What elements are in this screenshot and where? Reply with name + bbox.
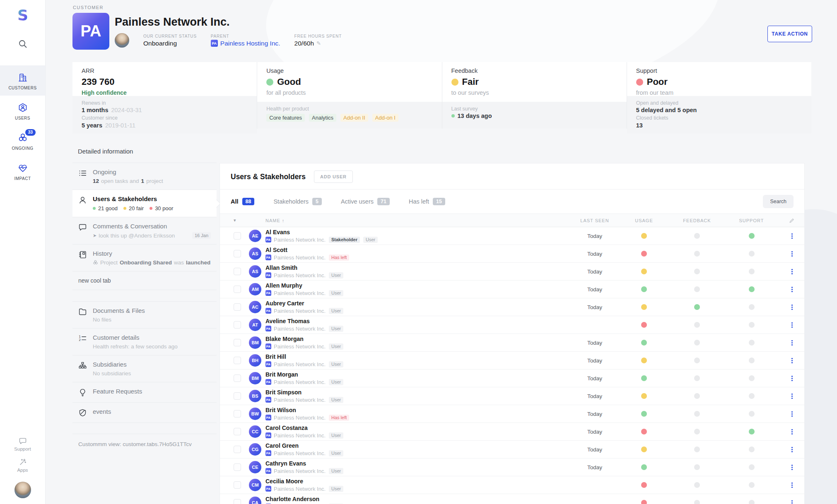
sidebar-item-customers[interactable]: CUSTOMERS: [0, 65, 45, 96]
detail-tab-feature-requests[interactable]: Feature Requests: [72, 382, 217, 403]
detail-tab-new-cool-tab[interactable]: new cool tab: [72, 271, 217, 290]
table-row[interactable]: BHBrit HillPAPainless Network Inc.UserTo…: [220, 352, 804, 370]
user-name[interactable]: Charlotte Anderson: [265, 496, 572, 502]
row-menu-button[interactable]: [789, 499, 795, 504]
user-name[interactable]: Al Scott: [265, 247, 572, 253]
user-name[interactable]: Cecilia Moore: [265, 478, 572, 485]
user-name[interactable]: Brit Simpson: [265, 389, 572, 396]
row-menu-button[interactable]: [789, 356, 795, 365]
table-row[interactable]: BSBrit SimpsonPAPainless Network Inc.Use…: [220, 387, 804, 405]
table-row[interactable]: CGCarol GreenPAPainless Network Inc.User…: [220, 441, 804, 458]
row-checkbox[interactable]: [234, 446, 241, 453]
row-menu-button[interactable]: [789, 303, 795, 312]
parent-company-link[interactable]: Painless Hosting Inc.: [220, 40, 280, 47]
user-name[interactable]: Brit Wilson: [265, 407, 572, 413]
sidebar-item-users[interactable]: USERS: [0, 96, 45, 126]
search-button[interactable]: Search: [763, 195, 794, 208]
tab-has-left[interactable]: Has left15: [409, 198, 445, 205]
detail-tab-history[interactable]: HistoryProject Onboarding Shared was lau…: [72, 245, 217, 271]
row-menu-button[interactable]: [789, 463, 795, 472]
tab-stakeholders[interactable]: Stakeholders5: [273, 198, 322, 205]
detail-tab-ongoing[interactable]: Ongoing12 open tasks and 1 project: [72, 163, 217, 190]
sidebar-item-apps[interactable]: Apps: [14, 455, 31, 476]
row-menu-button[interactable]: [789, 392, 795, 401]
row-menu-button[interactable]: [789, 374, 795, 383]
user-name[interactable]: Aveline Thomas: [265, 318, 572, 324]
row-menu-button[interactable]: [789, 267, 795, 276]
row-checkbox[interactable]: [234, 303, 241, 311]
detail-tab-events[interactable]: events: [72, 403, 217, 423]
row-checkbox[interactable]: [234, 357, 241, 364]
tab-all[interactable]: All88: [231, 198, 254, 205]
table-row[interactable]: CCCarol CostanzaPAPainless Network Inc.U…: [220, 423, 804, 441]
row-checkbox[interactable]: [234, 374, 241, 382]
table-row[interactable]: CACharlotte AndersonPAPainless Network I…: [220, 494, 804, 504]
sidebar-item-ongoing[interactable]: 33ONGOING: [0, 126, 45, 156]
row-menu-button[interactable]: [789, 285, 795, 294]
sidebar-item-support[interactable]: Support: [14, 434, 31, 455]
row-menu-button[interactable]: [789, 338, 795, 347]
table-row[interactable]: ASAllan SmithPAPainless Network Inc.User…: [220, 263, 804, 281]
table-row[interactable]: AMAllen MurphyPAPainless Network Inc.Use…: [220, 281, 804, 298]
table-row[interactable]: ATAveline ThomasPAPainless Network Inc.U…: [220, 316, 804, 334]
tab-active-users[interactable]: Active users71: [341, 198, 390, 205]
detail-tab-users-stakeholders[interactable]: Users & Stakeholders21 good20 fair30 poo…: [72, 190, 217, 217]
row-menu-button[interactable]: [789, 410, 795, 418]
user-avatar[interactable]: [14, 482, 31, 498]
row-checkbox[interactable]: [234, 463, 241, 471]
impact-icon: [17, 162, 29, 174]
row-menu-button[interactable]: [789, 445, 795, 454]
avatar: AM: [249, 283, 261, 295]
table-row[interactable]: BMBlake MorganPAPainless Network Inc.Use…: [220, 334, 804, 352]
search-icon[interactable]: [18, 39, 28, 49]
row-checkbox[interactable]: [234, 232, 241, 240]
row-menu-button[interactable]: [789, 250, 795, 258]
row-menu-button[interactable]: [789, 232, 795, 240]
last-seen-value: Today: [587, 251, 602, 257]
owner-avatar[interactable]: [115, 33, 129, 48]
row-checkbox[interactable]: [234, 392, 241, 400]
row-checkbox[interactable]: [234, 481, 241, 489]
row-checkbox[interactable]: [234, 268, 241, 275]
row-checkbox[interactable]: [234, 339, 241, 346]
sidebar-item-impact[interactable]: IMPACT: [0, 156, 45, 186]
user-name[interactable]: Cathryn Evans: [265, 460, 572, 467]
user-name[interactable]: Brit Morgan: [265, 371, 572, 378]
add-user-button[interactable]: ADD USER: [314, 170, 353, 183]
edit-columns-icon[interactable]: [789, 218, 795, 223]
column-name[interactable]: NAME↑: [265, 218, 572, 223]
detail-tab-subsidiaries[interactable]: SubsidiariesNo subsidiaries: [72, 355, 217, 382]
row-checkbox[interactable]: [234, 410, 241, 418]
row-checkbox[interactable]: [234, 499, 241, 504]
user-name[interactable]: Aubrey Carter: [265, 300, 572, 307]
row-menu-button[interactable]: [789, 481, 795, 490]
row-checkbox[interactable]: [234, 250, 241, 257]
detail-tab-customer-details[interactable]: 12Customer detailsHealth refresh: a few …: [72, 329, 217, 355]
table-row[interactable]: BWBrit WilsonPAPainless Network Inc.Has …: [220, 405, 804, 423]
row-checkbox[interactable]: [234, 428, 241, 435]
table-row[interactable]: BMBrit MorganPAPainless Network Inc.User…: [220, 370, 804, 387]
row-menu-button[interactable]: [789, 427, 795, 436]
row-checkbox[interactable]: [234, 286, 241, 293]
user-name[interactable]: Allan Smith: [265, 264, 572, 271]
user-name[interactable]: Brit Hill: [265, 353, 572, 360]
support-health-dot: [749, 304, 755, 310]
table-row[interactable]: CECathryn EvansPAPainless Network Inc.Us…: [220, 458, 804, 476]
user-name[interactable]: Allen Murphy: [265, 282, 572, 289]
edit-hours-icon[interactable]: ✎: [316, 40, 321, 46]
app-logo-icon[interactable]: S: [14, 7, 31, 24]
detail-tab-comments-conversation[interactable]: Comments & Conversation➤look this up @An…: [72, 217, 217, 245]
user-name[interactable]: Carol Green: [265, 442, 572, 449]
table-row[interactable]: AEAl EvansPAPainless Network Inc.Stakeho…: [220, 227, 804, 245]
user-name[interactable]: Blake Morgan: [265, 336, 572, 342]
table-row[interactable]: ACAubrey CarterPAPainless Network Inc.Us…: [220, 298, 804, 316]
row-checkbox[interactable]: [234, 321, 241, 329]
select-all-caret-icon[interactable]: ▾: [234, 218, 236, 223]
take-action-button[interactable]: TAKE ACTION: [767, 26, 812, 42]
table-row[interactable]: ASAl ScottPAPainless Network Inc.Has lef…: [220, 245, 804, 263]
user-name[interactable]: Carol Costanza: [265, 425, 572, 431]
row-menu-button[interactable]: [789, 321, 795, 329]
table-row[interactable]: CMCecilia MoorePAPainless Network Inc.Us…: [220, 476, 804, 494]
user-name[interactable]: Al Evans: [265, 229, 572, 235]
detail-tab-documents-files[interactable]: Documents & FilesNo files: [72, 302, 217, 329]
